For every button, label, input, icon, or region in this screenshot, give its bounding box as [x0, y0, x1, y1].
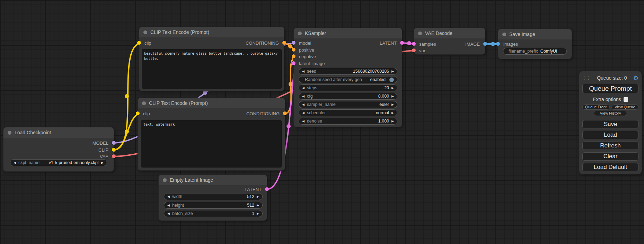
collapse-dot-icon[interactable]	[142, 101, 146, 105]
load-button[interactable]: Load	[582, 131, 638, 139]
output-port-CONDITIONING[interactable]	[283, 111, 287, 115]
load-default-button[interactable]: Load Default	[582, 163, 638, 171]
decrement-arrow-icon[interactable]: ◀	[302, 95, 305, 98]
node-title-bar[interactable]: Save Image	[498, 29, 572, 39]
increment-arrow-icon[interactable]: ▶	[257, 195, 259, 198]
widget-seed[interactable]: ◀seed156680208700286▶	[299, 68, 397, 75]
node-save-image[interactable]: Save Imageimagesfilename_prefixComfyUI	[498, 29, 572, 59]
collapse-dot-icon[interactable]	[502, 33, 506, 36]
input-port-latent_image[interactable]	[292, 61, 295, 65]
settings-gear-icon[interactable]: ⚙	[633, 75, 638, 81]
widget-steps[interactable]: ◀steps20▶	[299, 84, 397, 91]
widget-scheduler[interactable]: ◀schedulernormal▶	[299, 109, 397, 116]
queue-front-button[interactable]: Queue Front	[582, 105, 610, 110]
widget-height[interactable]: ◀height512▶	[164, 202, 263, 209]
prompt-textarea[interactable]: beautiful scenery nature glass bottle la…	[142, 49, 282, 89]
node-empty-latent-image[interactable]: Empty Latent ImageLATENT◀width512▶◀heigh…	[159, 175, 267, 220]
output-port-VAE[interactable]	[112, 154, 116, 158]
collapse-dot-icon[interactable]	[418, 31, 422, 35]
input-port-positive[interactable]	[292, 48, 295, 52]
collapse-dot-icon[interactable]	[143, 30, 147, 34]
extra-options-checkbox[interactable]	[624, 97, 628, 102]
widget-value: 20	[384, 85, 389, 90]
decrement-arrow-icon[interactable]: ◀	[167, 212, 170, 215]
node-title: CLIP Text Encode (Prompt)	[149, 100, 208, 106]
node-title: CLIP Text Encode (Prompt)	[150, 29, 209, 35]
drag-handle-icon[interactable]: ⋮⋮	[582, 76, 591, 80]
decrement-arrow-icon[interactable]: ◀	[167, 204, 170, 207]
node-vae-decode[interactable]: VAE DecodesamplesvaeIMAGE	[414, 28, 485, 54]
increment-arrow-icon[interactable]: ▶	[391, 70, 394, 73]
decrement-arrow-icon[interactable]: ◀	[302, 103, 305, 106]
widget-label: width	[172, 194, 182, 199]
node-clip-text-encode-positive[interactable]: CLIP Text Encode (Prompt)clipCONDITIONIN…	[139, 27, 284, 91]
view-queue-button[interactable]: View Queue	[611, 105, 639, 110]
node-ksampler[interactable]: KSamplermodelpositivenegativelatent_imag…	[294, 28, 402, 127]
widget-value: euler	[379, 102, 389, 107]
increment-arrow-icon[interactable]: ▶	[257, 212, 259, 215]
input-port-images[interactable]	[496, 42, 500, 46]
output-port-IMAGE[interactable]	[483, 42, 487, 46]
decrement-arrow-icon[interactable]: ◀	[302, 111, 305, 115]
refresh-button[interactable]: Refresh	[582, 142, 638, 150]
node-clip-text-encode-negative[interactable]: CLIP Text Encode (Prompt)clipCONDITIONIN…	[138, 98, 285, 170]
widget-label: Random seed after every gen	[302, 77, 362, 82]
widget-width[interactable]: ◀width512▶	[164, 193, 263, 200]
output-slot-CLIP: CLIP	[3, 146, 114, 153]
node-title-bar[interactable]: Empty Latent Image	[159, 175, 267, 185]
wire-midpoint-dot	[288, 44, 292, 48]
output-port-LATENT[interactable]	[265, 187, 269, 191]
decrement-arrow-icon[interactable]: ◀	[302, 70, 305, 73]
decrement-arrow-icon[interactable]: ◀	[302, 120, 305, 123]
widget-random-seed-after-every-gen[interactable]: Random seed after every genenabled	[299, 76, 397, 83]
widget-value: normal	[376, 110, 389, 115]
output-port-CLIP[interactable]	[112, 148, 116, 152]
widget-batch-size[interactable]: ◀batch_size1▶	[164, 210, 263, 217]
output-port-MODEL[interactable]	[112, 141, 116, 145]
collapse-dot-icon[interactable]	[8, 131, 11, 135]
increment-arrow-icon[interactable]: ▶	[391, 111, 394, 115]
input-label: latent_image	[299, 61, 325, 66]
increment-arrow-icon[interactable]: ▶	[257, 204, 259, 207]
toggle-indicator[interactable]	[389, 78, 394, 82]
collapse-dot-icon[interactable]	[163, 178, 167, 182]
widget-label: ckpt_name	[18, 160, 39, 165]
increment-arrow-icon[interactable]: ▶	[391, 103, 394, 106]
node-title: Empty Latent Image	[170, 177, 213, 183]
save-button[interactable]: Save	[582, 120, 638, 128]
collapse-dot-icon[interactable]	[298, 31, 302, 35]
increment-arrow-icon[interactable]: ▶	[391, 120, 394, 123]
input-port-vae[interactable]	[412, 48, 416, 52]
prompt-textarea[interactable]: text, watermark	[141, 120, 282, 168]
increment-arrow-icon[interactable]: ▶	[391, 87, 394, 90]
widget-filename-prefix[interactable]: filename_prefixComfyUI	[503, 48, 567, 55]
increment-arrow-icon[interactable]: ▶	[391, 95, 394, 98]
clear-button[interactable]: Clear	[582, 152, 638, 161]
queue-prompt-button[interactable]: Queue Prompt	[582, 84, 638, 93]
decrement-arrow-icon[interactable]: ◀	[14, 161, 16, 164]
node-title-bar[interactable]: CLIP Text Encode (Prompt)	[139, 27, 284, 37]
output-label: CLIP	[98, 147, 108, 153]
increment-arrow-icon[interactable]: ▶	[101, 161, 104, 164]
widget-denoise[interactable]: ◀denoise1.000▶	[299, 118, 397, 125]
widget-cfg[interactable]: ◀cfg8.000▶	[299, 93, 397, 100]
node-title-bar[interactable]: KSampler	[294, 28, 402, 38]
widget-label: steps	[307, 85, 317, 90]
node-title: VAE Decode	[425, 30, 452, 36]
node-title-bar[interactable]: VAE Decode	[414, 28, 485, 38]
decrement-arrow-icon[interactable]: ◀	[167, 195, 170, 198]
wire-midpoint-dot	[491, 42, 495, 46]
decrement-arrow-icon[interactable]: ◀	[302, 87, 305, 90]
node-title: KSampler	[305, 30, 326, 36]
widget-sampler-name[interactable]: ◀sampler_nameeuler▶	[299, 101, 397, 108]
widget-ckpt-name[interactable]: ◀ckpt_namev1-5-pruned-emaonly.ckpt▶	[10, 159, 107, 166]
output-port-LATENT[interactable]	[400, 41, 404, 45]
input-port-negative[interactable]	[292, 54, 295, 58]
graph-canvas[interactable]: ⋮⋮ Queue size: 0 ⚙ Queue Prompt Extra op…	[0, 0, 644, 244]
node-title-bar[interactable]: CLIP Text Encode (Prompt)	[138, 98, 285, 108]
node-title-bar[interactable]: Load Checkpoint	[3, 127, 114, 138]
output-label: CONDITIONING	[246, 111, 280, 116]
view-history-button[interactable]: View History	[594, 111, 627, 116]
node-load-checkpoint[interactable]: Load CheckpointMODELCLIPVAE◀ckpt_namev1-…	[3, 127, 114, 171]
output-port-CONDITIONING[interactable]	[282, 41, 286, 45]
